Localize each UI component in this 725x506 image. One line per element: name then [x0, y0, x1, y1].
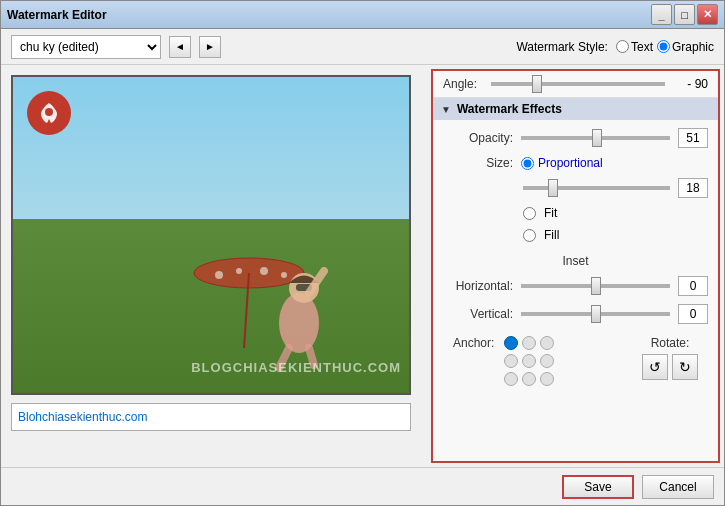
- opacity-label: Opacity:: [443, 131, 513, 145]
- vertical-row: Vertical:: [443, 304, 708, 324]
- toolbar: chu ky (edited) ◄ ► Watermark Style: Tex…: [1, 29, 724, 65]
- opacity-row: Opacity:: [443, 128, 708, 148]
- rotate-section: Rotate: ↺ ↻: [642, 336, 698, 380]
- anchor-dot-bc[interactable]: [522, 372, 536, 386]
- arrow-down-icon: ▼: [441, 104, 451, 115]
- effects-content: Opacity: Size: Proportional: [433, 120, 718, 400]
- left-panel: BLOGCHIASEKIENTHUC.COM: [1, 65, 431, 467]
- inset-title: Inset: [443, 254, 708, 268]
- watermark-style-label: Watermark Style:: [516, 40, 608, 54]
- save-button[interactable]: Save: [562, 475, 634, 499]
- anchor-dot-tl[interactable]: [504, 336, 518, 350]
- size-fill-row: Fill: [443, 228, 708, 242]
- angle-row: Angle: - 90: [433, 71, 718, 98]
- angle-label: Angle:: [443, 77, 483, 91]
- title-bar: Watermark Editor _ □ ✕: [1, 1, 724, 29]
- nav-back-button[interactable]: ◄: [169, 36, 191, 58]
- style-text-input[interactable]: [616, 40, 629, 53]
- anchor-dot-br[interactable]: [540, 372, 554, 386]
- svg-point-7: [281, 272, 287, 278]
- svg-point-4: [215, 271, 223, 279]
- size-fill-radio[interactable]: [523, 229, 536, 242]
- preset-select[interactable]: chu ky (edited): [11, 35, 161, 59]
- style-radio-group: Text Graphic: [616, 40, 714, 54]
- size-fit-label: Fit: [544, 206, 557, 220]
- rotate-ccw-button[interactable]: ↺: [642, 354, 668, 380]
- rotate-label: Rotate:: [651, 336, 690, 350]
- title-bar-buttons: _ □ ✕: [651, 4, 718, 25]
- svg-point-0: [45, 108, 53, 116]
- angle-value: - 90: [673, 77, 708, 91]
- vertical-label: Vertical:: [443, 307, 513, 321]
- horizontal-value[interactable]: [678, 276, 708, 296]
- cancel-button[interactable]: Cancel: [642, 475, 714, 499]
- anchor-dot-mc[interactable]: [522, 354, 536, 368]
- anchor-dot-bl[interactable]: [504, 372, 518, 386]
- style-graphic-radio[interactable]: Graphic: [657, 40, 714, 54]
- vertical-slider[interactable]: [521, 312, 670, 316]
- anchor-dot-mr[interactable]: [540, 354, 554, 368]
- person-figure: [189, 193, 349, 373]
- opacity-slider[interactable]: [521, 136, 670, 140]
- effects-section-header[interactable]: ▼ Watermark Effects: [433, 98, 718, 120]
- anchor-dot-ml[interactable]: [504, 354, 518, 368]
- horizontal-label: Horizontal:: [443, 279, 513, 293]
- window-title: Watermark Editor: [7, 8, 107, 22]
- effects-header-text: Watermark Effects: [457, 102, 562, 116]
- minimize-button[interactable]: _: [651, 4, 672, 25]
- vertical-value[interactable]: [678, 304, 708, 324]
- horizontal-row: Horizontal:: [443, 276, 708, 296]
- size-proportional-radio[interactable]: [521, 157, 534, 170]
- nav-forward-button[interactable]: ►: [199, 36, 221, 58]
- anchor-rotate-row: Anchor: Rotate:: [443, 332, 708, 392]
- size-proportional-value[interactable]: [678, 178, 708, 198]
- size-label: Size:: [443, 156, 513, 170]
- anchor-dot-tc[interactable]: [522, 336, 536, 350]
- right-panel: Angle: - 90 ▼ Watermark Effects Opacity:: [431, 69, 720, 463]
- close-button[interactable]: ✕: [697, 4, 718, 25]
- size-label-row: Size: Proportional: [443, 156, 708, 170]
- svg-point-6: [260, 267, 268, 275]
- url-input[interactable]: [11, 403, 411, 431]
- angle-slider[interactable]: [491, 82, 665, 86]
- horizontal-slider[interactable]: [521, 284, 670, 288]
- watermark-logo: [27, 91, 71, 135]
- maximize-button[interactable]: □: [674, 4, 695, 25]
- watermark-editor-window: Watermark Editor _ □ ✕ chu ky (edited) ◄…: [0, 0, 725, 506]
- anchor-grid: [504, 336, 556, 388]
- size-proportional-label: Proportional: [538, 156, 603, 170]
- main-content: BLOGCHIASEKIENTHUC.COM Angle: - 90 ▼ Wat…: [1, 65, 724, 467]
- rotate-cw-button[interactable]: ↻: [672, 354, 698, 380]
- watermark-overlay-text: BLOGCHIASEKIENTHUC.COM: [191, 360, 401, 375]
- svg-point-5: [236, 268, 242, 274]
- preview-area: BLOGCHIASEKIENTHUC.COM: [11, 75, 411, 395]
- anchor-dot-tr[interactable]: [540, 336, 554, 350]
- size-proportional-slider-row: [443, 178, 708, 198]
- size-fill-label: Fill: [544, 228, 559, 242]
- opacity-value[interactable]: [678, 128, 708, 148]
- style-text-radio[interactable]: Text: [616, 40, 653, 54]
- bottom-bar: Save Cancel: [1, 467, 724, 505]
- size-fit-row: Fit: [443, 206, 708, 220]
- size-proportional-slider[interactable]: [523, 186, 670, 190]
- anchor-label: Anchor:: [453, 336, 494, 350]
- style-graphic-input[interactable]: [657, 40, 670, 53]
- size-fit-radio[interactable]: [523, 207, 536, 220]
- rotate-buttons: ↺ ↻: [642, 354, 698, 380]
